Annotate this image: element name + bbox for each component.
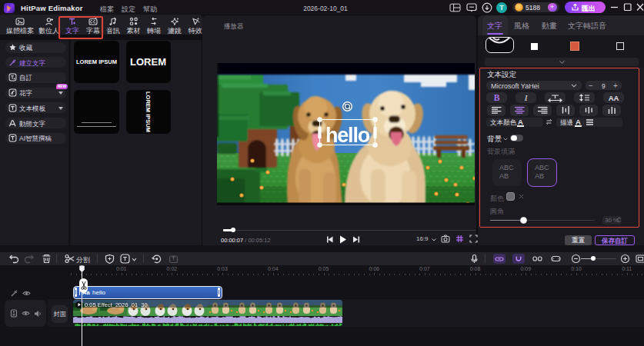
svg-text:hello: hello (325, 124, 370, 147)
